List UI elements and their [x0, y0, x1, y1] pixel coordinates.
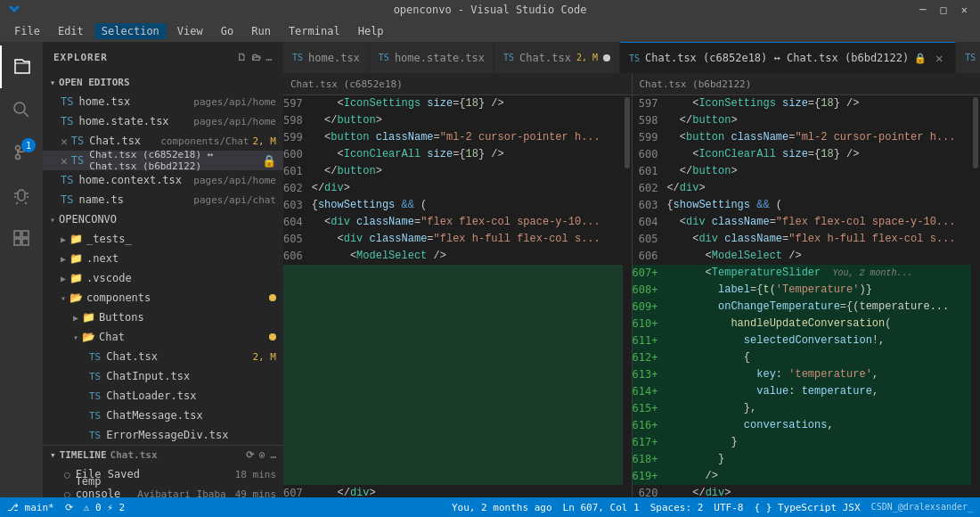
tab-diff[interactable]: TS Chat.tsx (c6852e18) ↔ Chat.tsx (b6bd2…: [620, 42, 956, 73]
ln-empty-13: [283, 468, 308, 485]
menu-selection[interactable]: Selection: [94, 23, 167, 39]
minimize-btn[interactable]: ─: [914, 4, 931, 16]
components-label: components: [86, 291, 151, 304]
folder-next[interactable]: ▶ 📁 .next: [43, 249, 283, 268]
timeline-header[interactable]: ▾ TIMELINE Chat.tsx ⟳ ⊙ …: [43, 446, 283, 464]
ln-604: 604: [283, 214, 308, 231]
right-editor-header: Chat.tsx (b6bd2122): [633, 73, 981, 95]
chat-folder-dirty: [269, 333, 276, 341]
open-editor-diff[interactable]: ✕ TS Chat.tsx (c6852e18) ↔ Chat.tsx (b6b…: [43, 151, 283, 170]
tab-diff-label: Chat.tsx (c6852e18) ↔ Chat.tsx (b6bd2122…: [645, 52, 909, 64]
sidebar-new-file-icon[interactable]: 🗋: [237, 52, 248, 63]
rln-606: 606: [633, 248, 664, 265]
status-bar-right: You, 2 months ago Ln 607, Col 1 Spaces: …: [452, 502, 973, 513]
tl-icon-0: ○: [64, 469, 70, 480]
right-line-613: key: 'temperature',: [663, 366, 971, 383]
home-state-name: home.state.tsx: [78, 115, 190, 127]
title-bar: openconvo - Visual Studio Code ─ □ ✕: [0, 0, 980, 20]
timeline-item-1[interactable]: ○ Temp console logs Ayibatari Ibaba 49 m…: [43, 484, 283, 497]
search-activity-icon[interactable]: [0, 88, 43, 131]
menu-file[interactable]: File: [7, 23, 47, 39]
open-editor-home-tsx[interactable]: TS home.tsx pages/api/home: [43, 92, 283, 111]
home-ctx-icon: TS: [61, 174, 73, 186]
svg-rect-8: [22, 239, 29, 245]
open-editor-home-state[interactable]: TS home.state.tsx pages/api/home: [43, 111, 283, 131]
menu-run[interactable]: Run: [244, 23, 278, 39]
rln-600: 600: [633, 146, 664, 163]
tab-home-state[interactable]: TS home.state.tsx: [370, 42, 494, 73]
sidebar-title: EXPLORER: [53, 52, 108, 63]
folder-components[interactable]: ▾ 📂 components: [43, 288, 283, 308]
extensions-activity-icon[interactable]: [0, 217, 43, 259]
file-chatloader[interactable]: TS ChatLoader.tsx: [43, 386, 283, 406]
status-author[interactable]: You, 2 months ago: [452, 502, 552, 513]
left-line-600: <IconClearAll size={18} />: [308, 146, 623, 163]
chat-tsx-close-x[interactable]: ✕: [61, 135, 68, 148]
menu-edit[interactable]: Edit: [51, 23, 91, 39]
tabs-container: TS home.tsx TS home.state.tsx TS Chat.ts…: [283, 42, 980, 73]
main-layout: 1 EXPLORER 🗋 🗁 …: [0, 42, 980, 497]
timeline-chevron: ▾: [50, 449, 56, 461]
left-line-597: <IconSettings size={18} />: [308, 95, 623, 112]
folder-buttons[interactable]: ▶ 📁 Buttons: [43, 308, 283, 327]
title-text: openconvo - Visual Studio Code: [394, 4, 587, 16]
tab-chat-tsx[interactable]: TS Chat.tsx 2, M: [494, 42, 620, 73]
tests-icon: 📁: [69, 233, 83, 245]
open-editor-name-ts[interactable]: TS name.ts pages/api/chat: [43, 190, 283, 209]
open-editor-chat-tsx[interactable]: ✕ TS Chat.tsx components/Chat 2, M: [43, 131, 283, 151]
left-editor-header: Chat.tsx (c6852e18): [283, 73, 632, 95]
file-errormessage[interactable]: TS ErrorMessageDiv.tsx: [43, 425, 283, 445]
name-ts-path: pages/api/chat: [193, 194, 276, 206]
rln-597: 597: [633, 95, 664, 112]
explorer-activity-icon[interactable]: [0, 45, 43, 88]
file-chatinput[interactable]: TS ChatInput.tsx: [43, 366, 283, 386]
right-line-612: {: [663, 349, 971, 366]
timeline-refresh-icon[interactable]: ⟳: [246, 449, 254, 461]
status-position[interactable]: Ln 607, Col 1: [563, 502, 640, 513]
ln-empty-8: [283, 383, 308, 400]
menu-go[interactable]: Go: [214, 23, 241, 39]
source-control-activity-icon[interactable]: 1: [0, 131, 43, 174]
open-editor-home-context[interactable]: TS home.context.tsx pages/api/home: [43, 170, 283, 190]
menu-help[interactable]: Help: [351, 23, 391, 39]
buttons-chevron: ▶: [73, 313, 78, 323]
tab-diff-close[interactable]: ✕: [932, 51, 946, 65]
openconvo-root[interactable]: ▾ OPENCONVO: [43, 209, 283, 229]
status-sync[interactable]: ⟳: [65, 502, 73, 513]
open-editors-section: ▾ OPEN EDITORS TS home.tsx pages/api/hom…: [43, 73, 283, 209]
sidebar: EXPLORER 🗋 🗁 … ▾ OPEN EDITORS TS home.ts…: [43, 42, 283, 497]
maximize-btn[interactable]: □: [935, 4, 952, 16]
left-line-604: <div className="flex flex-col space-y-10…: [308, 214, 623, 231]
status-encoding[interactable]: UTF-8: [714, 502, 743, 513]
file-chatmessage[interactable]: TS ChatMessage.tsx: [43, 406, 283, 425]
folder-tests[interactable]: ▶ 📁 _tests_: [43, 229, 283, 249]
tl-time-1: 49 mins: [235, 488, 276, 498]
right-scrollbar[interactable]: [971, 95, 980, 497]
timeline-more-icon[interactable]: …: [270, 449, 276, 461]
left-scrollbar[interactable]: [623, 95, 632, 497]
menu-terminal[interactable]: Terminal: [282, 23, 347, 39]
open-editors-header[interactable]: ▾ OPEN EDITORS: [43, 73, 283, 92]
status-branch[interactable]: ⎇ main*: [7, 502, 54, 513]
right-line-620: </div>: [663, 485, 971, 497]
file-chat-tsx[interactable]: TS Chat.tsx 2, M: [43, 347, 283, 366]
status-csdn[interactable]: CSDN_@dralexsander_: [871, 502, 973, 513]
close-btn[interactable]: ✕: [956, 4, 973, 16]
folder-vscode[interactable]: ▶ 📁 .vscode: [43, 268, 283, 288]
tab-home-tsx[interactable]: TS home.tsx: [283, 42, 370, 73]
debug-activity-icon[interactable]: [0, 174, 43, 217]
open-editors-label: OPEN EDITORS: [59, 77, 129, 88]
rln-601: 601: [633, 163, 664, 180]
status-spaces[interactable]: Spaces: 2: [650, 502, 704, 513]
editors-row: Chat.tsx (c6852e18) 597 598 599 600 601 …: [283, 73, 980, 497]
timeline-filter-icon[interactable]: ⊙: [259, 449, 265, 461]
folder-chat[interactable]: ▾ 📂 Chat: [43, 327, 283, 347]
left-editor-pane: Chat.tsx (c6852e18) 597 598 599 600 601 …: [283, 73, 632, 497]
sidebar-more-icon[interactable]: …: [265, 52, 273, 63]
menu-view[interactable]: View: [170, 23, 210, 39]
status-errors[interactable]: ⚠ 0 ⚡ 2: [84, 502, 125, 513]
sidebar-new-folder-icon[interactable]: 🗁: [251, 52, 262, 63]
tab-home-context[interactable]: TS home.context.tsx: [956, 42, 980, 73]
status-language[interactable]: { } TypeScript JSX: [754, 502, 860, 513]
diff-close-x[interactable]: ✕: [61, 154, 68, 168]
